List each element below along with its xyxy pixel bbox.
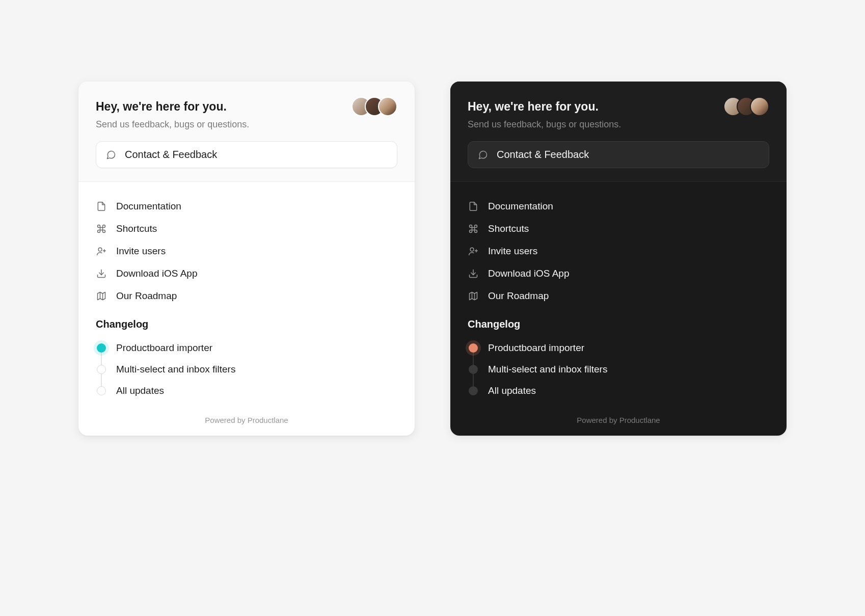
changelog-dot-icon [469, 386, 478, 395]
avatar [750, 97, 769, 116]
changelog-item[interactable]: All updates [468, 380, 769, 401]
feedback-widget-dark: Hey, we're here for you.Send us feedback… [450, 82, 787, 436]
changelog-item[interactable]: Productboard importer [96, 337, 397, 359]
changelog-dot-icon [469, 343, 478, 353]
menu-item[interactable]: Documentation [468, 195, 769, 218]
widget-title: Hey, we're here for you. [468, 100, 599, 114]
changelog-item-label: Multi-select and inbox filters [116, 364, 235, 375]
team-avatars [723, 97, 769, 116]
menu-item-label: Our Roadmap [488, 290, 549, 302]
contact-feedback-label: Contact & Feedback [125, 149, 217, 160]
menu-item[interactable]: Invite users [96, 240, 397, 262]
user-plus-icon [468, 246, 479, 257]
chat-icon [105, 149, 117, 160]
changelog-dot-icon [97, 365, 106, 374]
map-icon [468, 290, 479, 302]
changelog-item-label: Multi-select and inbox filters [488, 364, 607, 375]
widget-subtitle: Send us feedback, bugs or questions. [468, 119, 769, 130]
widget-header: Hey, we're here for you.Send us feedback… [78, 82, 415, 181]
contact-feedback-label: Contact & Feedback [497, 149, 589, 160]
feedback-widget-light: Hey, we're here for you.Send us feedback… [78, 82, 415, 436]
download-icon [468, 268, 479, 279]
contact-feedback-button[interactable]: Contact & Feedback [96, 141, 397, 168]
menu-item[interactable]: Our Roadmap [468, 285, 769, 307]
contact-feedback-button[interactable]: Contact & Feedback [468, 141, 769, 168]
changelog-item-label: Productboard importer [488, 342, 584, 354]
changelog-dot-icon [469, 365, 478, 374]
menu-item-label: Documentation [488, 201, 553, 212]
menu-item-label: Shortcuts [116, 223, 157, 234]
menu-item-label: Download iOS App [116, 268, 198, 279]
changelog-item-label: Productboard importer [116, 342, 212, 354]
changelog-item[interactable]: Multi-select and inbox filters [468, 359, 769, 380]
menu-item-label: Our Roadmap [116, 290, 177, 302]
changelog-list: Productboard importerMulti-select and in… [468, 337, 769, 401]
changelog-dot-icon [97, 386, 106, 395]
document-icon [96, 201, 107, 212]
widget-footer: Powered by Productlane [450, 407, 787, 436]
changelog-heading: Changelog [468, 318, 769, 330]
download-icon [96, 268, 107, 279]
command-icon [468, 223, 479, 234]
changelog-heading: Changelog [96, 318, 397, 330]
menu-item[interactable]: Our Roadmap [96, 285, 397, 307]
avatar [378, 97, 397, 116]
map-icon [96, 290, 107, 302]
menu-item-label: Documentation [116, 201, 181, 212]
widget-footer: Powered by Productlane [78, 407, 415, 436]
document-icon [468, 201, 479, 212]
menu-item[interactable]: Download iOS App [96, 262, 397, 285]
widget-header: Hey, we're here for you.Send us feedback… [450, 82, 787, 181]
widget-body: DocumentationShortcutsInvite usersDownlo… [78, 181, 415, 407]
menu-item[interactable]: Shortcuts [468, 218, 769, 240]
team-avatars [352, 97, 397, 116]
command-icon [96, 223, 107, 234]
menu-item[interactable]: Invite users [468, 240, 769, 262]
widget-subtitle: Send us feedback, bugs or questions. [96, 119, 397, 130]
menu-item-label: Download iOS App [488, 268, 570, 279]
changelog-item-label: All updates [116, 385, 164, 396]
menu-item-label: Invite users [488, 246, 537, 257]
menu-item-label: Invite users [116, 246, 166, 257]
changelog-item-label: All updates [488, 385, 536, 396]
changelog-item[interactable]: Productboard importer [468, 337, 769, 359]
user-plus-icon [96, 246, 107, 257]
widget-title: Hey, we're here for you. [96, 100, 227, 114]
menu-item[interactable]: Download iOS App [468, 262, 769, 285]
menu-item-label: Shortcuts [488, 223, 529, 234]
changelog-list: Productboard importerMulti-select and in… [96, 337, 397, 401]
changelog-dot-icon [97, 343, 106, 353]
widget-body: DocumentationShortcutsInvite usersDownlo… [450, 181, 787, 407]
menu-item[interactable]: Shortcuts [96, 218, 397, 240]
menu-item[interactable]: Documentation [96, 195, 397, 218]
changelog-item[interactable]: Multi-select and inbox filters [96, 359, 397, 380]
changelog-item[interactable]: All updates [96, 380, 397, 401]
chat-icon [477, 149, 489, 160]
